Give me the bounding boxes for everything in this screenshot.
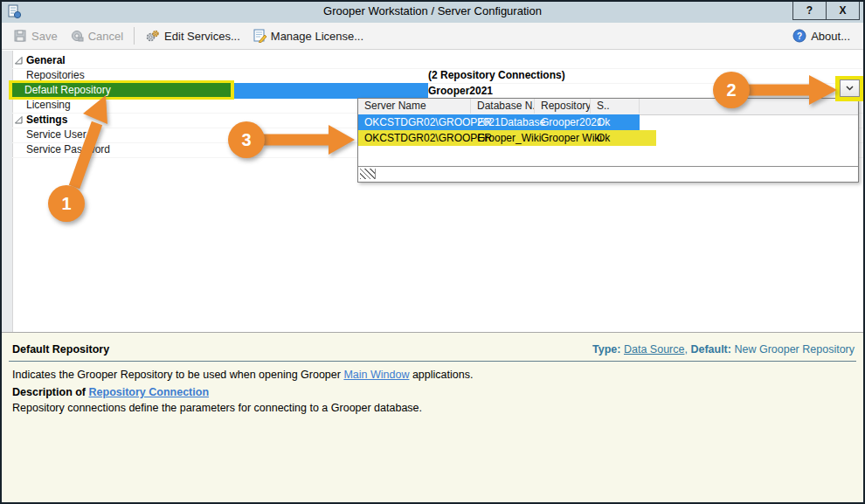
highlight-marker-dropdown-button — [835, 76, 864, 101]
column-header-database-name[interactable]: Database N... — [471, 99, 535, 114]
panel-description-line1: Indicates the Grooper Repository to be u… — [12, 369, 473, 381]
cancel-button[interactable]: Cancel — [64, 26, 129, 45]
cell-status: Ok — [591, 130, 610, 146]
manage-license-label: Manage License... — [271, 30, 363, 43]
type-value-link[interactable]: Data Source — [624, 343, 684, 356]
connection-row-highlighted[interactable]: OKCSTDGR02\GROOPER Grooper_Wiki Grooper … — [358, 130, 656, 146]
cell-database-name: Grooper_Wiki — [471, 130, 541, 146]
connection-row-selected[interactable]: OKCSTDGR02\GROOPER 2021Database Grooper2… — [358, 114, 640, 130]
selection-fill — [234, 83, 428, 99]
repository-connections-popup: Server Name Database N... Repository ...… — [357, 98, 859, 183]
panel-divider — [9, 361, 856, 362]
panel-meta: Type: Data Source, Default: New Grooper … — [592, 343, 855, 356]
cancel-icon — [70, 29, 84, 43]
column-header-status[interactable]: S.. — [591, 99, 640, 114]
default-value: New Grooper Repository — [734, 343, 855, 356]
panel-description-line3: Repository connections define the parame… — [12, 402, 422, 414]
default-repository-label-cell[interactable]: Default Repository — [12, 83, 231, 97]
callout-1-badge: 1 — [48, 185, 85, 222]
save-button[interactable]: Save — [7, 26, 64, 45]
help-button[interactable]: ? — [793, 2, 826, 19]
repository-connection-link[interactable]: Repository Connection — [89, 386, 210, 398]
grid-corner-grip — [360, 169, 376, 179]
dropdown-button[interactable] — [840, 79, 860, 97]
property-label: Repositories — [26, 69, 85, 81]
license-icon — [253, 29, 266, 43]
category-row-general[interactable]: General — [12, 53, 863, 69]
property-label: Default Repository — [24, 84, 111, 96]
popup-footer-strip — [358, 166, 858, 182]
manage-license-button[interactable]: Manage License... — [246, 26, 370, 45]
panel-title: Default Repository — [12, 343, 109, 356]
category-label: Settings — [26, 114, 67, 126]
column-header-server-name[interactable]: Server Name — [358, 99, 471, 114]
property-label: Service User — [26, 128, 86, 141]
expander-icon[interactable] — [15, 116, 23, 124]
titlebar[interactable]: Grooper Workstation / Server Configurati… — [2, 2, 863, 23]
default-label: Default: — [690, 343, 731, 356]
chevron-down-icon — [846, 86, 854, 91]
description-panel: Default Repository Type: Data Source, De… — [2, 332, 863, 503]
cell-status: Ok — [591, 114, 610, 130]
gears-icon — [145, 29, 160, 43]
window-title: Grooper Workstation / Server Configurati… — [2, 4, 863, 17]
about-label: About... — [811, 30, 850, 43]
property-label: Licensing — [26, 99, 71, 111]
repositories-value[interactable]: (2 Repository Connections) — [428, 68, 565, 83]
edit-services-label: Edit Services... — [164, 30, 240, 43]
expander-icon[interactable] — [15, 57, 23, 65]
main-window-link[interactable]: Main Window — [343, 369, 409, 381]
line1-suffix: applications. — [409, 369, 473, 381]
type-label: Type: — [592, 343, 620, 356]
window-buttons: ? X — [792, 2, 860, 20]
help-circle-icon: ? — [792, 29, 806, 43]
callout-3-badge: 3 — [228, 121, 265, 158]
highlight-marker-default-repository: Default Repository — [9, 80, 234, 100]
default-repository-value[interactable]: Grooper2021 — [428, 83, 493, 99]
callout-2-badge: 2 — [713, 72, 750, 108]
panel-description-line2: Description of Repository Connection — [12, 386, 209, 398]
category-label: General — [26, 54, 66, 66]
line2-prefix: Description of — [12, 386, 89, 398]
column-header-repository[interactable]: Repository ... — [535, 99, 591, 114]
toolbar: Save Cancel Edit Services... — [2, 23, 863, 50]
svg-text:?: ? — [797, 31, 802, 41]
cancel-label: Cancel — [88, 30, 123, 43]
popup-header-row: Server Name Database N... Repository ...… — [358, 99, 858, 115]
toolbar-separator — [134, 27, 135, 45]
about-button[interactable]: ? About... — [786, 26, 856, 45]
edit-services-button[interactable]: Edit Services... — [139, 26, 246, 45]
config-window: Grooper Workstation / Server Configurati… — [0, 0, 865, 504]
property-label: Service Password — [26, 143, 110, 155]
save-label: Save — [31, 30, 58, 43]
close-button[interactable]: X — [826, 2, 859, 19]
save-icon — [13, 29, 27, 43]
line1-prefix: Indicates the Grooper Repository to be u… — [12, 369, 343, 381]
